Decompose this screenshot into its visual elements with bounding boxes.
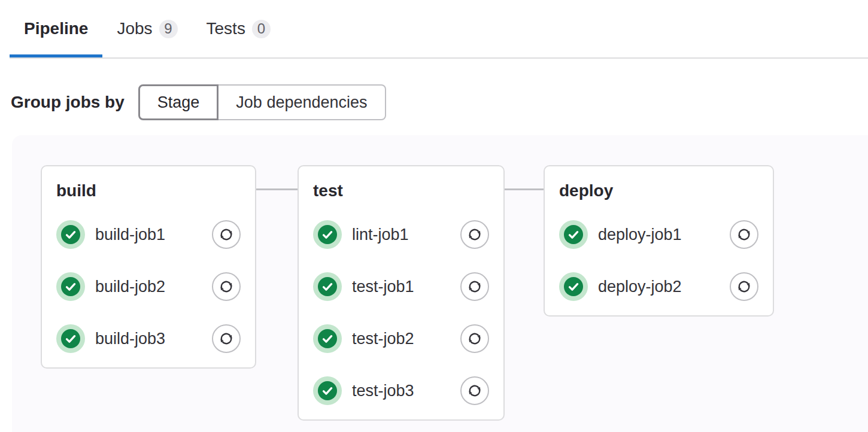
status-success-icon (559, 220, 588, 249)
retry-icon (466, 382, 483, 399)
status-success-icon (56, 324, 85, 353)
tab-pipeline-label: Pipeline (24, 19, 88, 38)
job-link[interactable]: build-job2 (95, 278, 212, 296)
job-link[interactable]: test-job3 (352, 382, 460, 400)
retry-icon (466, 278, 483, 295)
retry-icon (218, 330, 235, 347)
retry-job-button[interactable] (460, 220, 489, 249)
stage-title-build: build (56, 181, 241, 200)
check-circle-icon (564, 277, 583, 296)
job-link[interactable]: deploy-job2 (598, 278, 730, 296)
retry-icon (466, 330, 483, 347)
check-circle-icon (318, 225, 337, 244)
stage-connector-line (256, 188, 298, 190)
retry-job-button[interactable] (212, 324, 241, 353)
status-success-icon (559, 272, 588, 301)
check-circle-icon (318, 277, 337, 296)
group-by-stage-button[interactable]: Stage (138, 84, 219, 120)
retry-job-button[interactable] (460, 376, 489, 405)
retry-icon (218, 278, 235, 295)
retry-job-button[interactable] (212, 272, 241, 301)
jobs-count-badge: 9 (159, 20, 178, 38)
stage-column-deploy: deploy deploy-job1 deploy-job2 (544, 165, 774, 317)
stage-column-test: test lint-job1 test-job1 (298, 165, 505, 421)
group-jobs-by-section: Group jobs by Stage Job dependencies (11, 84, 868, 120)
status-success-icon (313, 272, 342, 301)
group-jobs-by-segmented-control: Stage Job dependencies (138, 84, 386, 120)
check-circle-icon (61, 225, 80, 244)
job-link[interactable]: test-job2 (352, 330, 460, 348)
check-circle-icon (318, 381, 337, 400)
job-row: test-job3 (313, 376, 489, 405)
stage-connector-line (505, 188, 544, 190)
tab-jobs-label: Jobs (117, 19, 152, 38)
job-link[interactable]: deploy-job1 (598, 226, 730, 244)
status-success-icon (313, 220, 342, 249)
job-link[interactable]: build-job3 (95, 330, 212, 348)
tests-count-badge: 0 (252, 20, 271, 38)
stage-column-build: build build-job1 build-job2 (41, 165, 256, 369)
retry-job-button[interactable] (730, 220, 758, 249)
retry-icon (218, 226, 235, 243)
retry-icon (736, 226, 752, 243)
job-link[interactable]: test-job1 (352, 278, 460, 296)
job-row: lint-job1 (313, 220, 489, 249)
job-link[interactable]: lint-job1 (352, 226, 460, 244)
pipeline-page: Pipeline Jobs 9 Tests 0 Group jobs by St… (0, 0, 868, 432)
job-row: deploy-job1 (559, 220, 758, 249)
job-row: build-job3 (56, 324, 241, 353)
tab-jobs[interactable]: Jobs 9 (102, 0, 192, 57)
check-circle-icon (318, 329, 337, 348)
retry-icon (466, 226, 483, 243)
retry-job-button[interactable] (730, 272, 758, 301)
status-success-icon (313, 376, 342, 405)
tab-tests[interactable]: Tests 0 (192, 0, 285, 57)
check-circle-icon (61, 277, 80, 296)
tab-pipeline[interactable]: Pipeline (10, 0, 102, 57)
job-row: build-job1 (56, 220, 241, 249)
retry-job-button[interactable] (212, 220, 241, 249)
group-by-job-dependencies-button[interactable]: Job dependencies (218, 84, 386, 120)
pipeline-graph: build build-job1 build-job2 (12, 135, 868, 432)
stage-title-deploy: deploy (559, 181, 758, 200)
group-jobs-by-label: Group jobs by (11, 93, 125, 112)
status-success-icon (313, 324, 342, 353)
job-row: test-job2 (313, 324, 489, 353)
retry-icon (736, 278, 752, 295)
stage-columns: build build-job1 build-job2 (41, 165, 868, 421)
pipeline-tab-bar: Pipeline Jobs 9 Tests 0 (10, 0, 868, 59)
job-row: deploy-job2 (559, 272, 758, 301)
tab-tests-label: Tests (207, 19, 245, 38)
status-success-icon (56, 272, 85, 301)
retry-job-button[interactable] (460, 272, 489, 301)
stage-title-test: test (313, 181, 489, 200)
job-row: test-job1 (313, 272, 489, 301)
job-link[interactable]: build-job1 (95, 226, 212, 244)
check-circle-icon (564, 225, 583, 244)
retry-job-button[interactable] (460, 324, 489, 353)
job-row: build-job2 (56, 272, 241, 301)
check-circle-icon (61, 329, 80, 348)
status-success-icon (56, 220, 85, 249)
